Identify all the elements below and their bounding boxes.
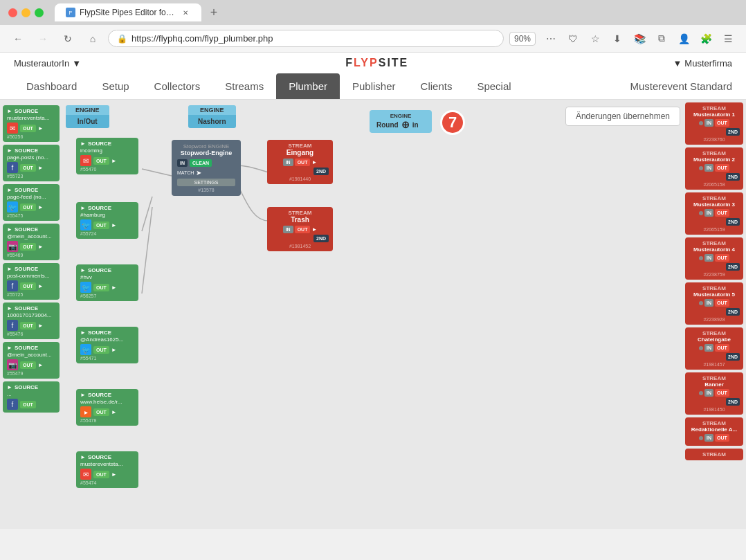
engine-roundrobin-block[interactable]: ENGINE Round ⊕in: [370, 110, 432, 133]
source-node-bottom[interactable]: ► SOURCE ... f OUT: [3, 381, 60, 413]
in-button[interactable]: IN: [704, 434, 713, 442]
out-button[interactable]: OUT: [715, 434, 729, 442]
profile-icon[interactable]: 👤: [674, 29, 693, 48]
out-button[interactable]: OUT: [715, 344, 729, 352]
tab-close-button[interactable]: ✕: [181, 8, 190, 17]
out-button[interactable]: OUT: [93, 408, 109, 416]
out-button[interactable]: OUT: [93, 157, 109, 165]
stream-chateingabe[interactable]: STREAM Chateingabe IN OUT 2ND #1981457: [685, 327, 743, 370]
out-button[interactable]: OUT: [93, 346, 109, 354]
minimize-button[interactable]: [21, 8, 30, 17]
stream-musterautorin-4[interactable]: STREAM Musterautorin 4 IN OUT 2ND #22387…: [685, 237, 743, 280]
out-button[interactable]: OUT: [715, 299, 729, 307]
in-button[interactable]: IN: [704, 299, 713, 307]
in-button[interactable]: IN: [177, 159, 188, 167]
out-button[interactable]: OUT: [295, 226, 311, 233]
mid-source-hvv[interactable]: ► SOURCE #hvv 🐦 OUT ► #56257: [76, 264, 138, 301]
nav-setup[interactable]: Setup: [89, 73, 141, 99]
shield-icon[interactable]: 🛡: [563, 29, 583, 48]
changes-button[interactable]: Änderungen übernehmen: [565, 107, 680, 126]
bookmarks-icon[interactable]: ⋯: [541, 29, 561, 48]
nav-publisher[interactable]: Publisher: [340, 73, 408, 99]
mid-source-heise[interactable]: ► SOURCE www.heise.de/r... ▸ OUT ► #5547…: [76, 389, 138, 426]
out-button[interactable]: OUT: [20, 361, 36, 369]
source-node-page-posts[interactable]: ► SOURCE page-posts (no... f OUT ► #5572…: [3, 145, 60, 181]
source-node-1000170[interactable]: ► SOURCE 1000170173004... f OUT ► #55476: [3, 302, 60, 339]
left-source-panel[interactable]: ► SOURCE mustereventsta... ✉ OUT ► #5625…: [0, 100, 62, 529]
clean-button[interactable]: CLEAN: [190, 159, 212, 167]
out-button[interactable]: OUT: [715, 209, 729, 217]
in-button[interactable]: IN: [704, 164, 713, 172]
out-button[interactable]: OUT: [20, 164, 36, 172]
mid-source-hamburg[interactable]: ► SOURCE #hamburg 🐦 OUT ► #55724: [76, 202, 138, 239]
menu-icon[interactable]: ☰: [718, 29, 738, 48]
star-icon[interactable]: ☆: [585, 29, 605, 48]
close-button[interactable]: [8, 8, 17, 17]
2nd-button[interactable]: 2ND: [313, 168, 329, 175]
source-node-post-comments[interactable]: ► SOURCE post-comments... f OUT ► #55725: [3, 263, 60, 300]
nav-dashboard[interactable]: Dashboard: [14, 73, 89, 99]
nav-streams[interactable]: Streams: [212, 73, 276, 99]
stream-musterautorin-5[interactable]: STREAM Musterautorin 5 IN OUT 2ND #22389…: [685, 282, 743, 325]
source-node-page-feed[interactable]: ► SOURCE page-feed (no... 🐦 OUT ► #55475: [3, 184, 60, 221]
stream-trash-block[interactable]: STREAM Trash IN OUT ► 2ND #1981452: [267, 207, 333, 251]
in-button[interactable]: IN: [283, 226, 293, 233]
out-button[interactable]: OUT: [20, 243, 36, 251]
home-button[interactable]: ⌂: [83, 29, 102, 48]
out-button[interactable]: OUT: [715, 164, 729, 172]
2nd-button[interactable]: 2ND: [726, 173, 740, 181]
tabs-icon[interactable]: ⧉: [652, 29, 671, 48]
out-button[interactable]: OUT: [20, 125, 36, 132]
2nd-button[interactable]: 2ND: [726, 353, 740, 361]
2nd-button[interactable]: 2ND: [313, 235, 329, 242]
mid-source-musterevent[interactable]: ► SOURCE mustereventsta... ✉ OUT ► #5547…: [76, 451, 138, 488]
user-menu[interactable]: MusterautorIn ▼: [14, 58, 81, 69]
out-button[interactable]: OUT: [715, 254, 729, 262]
2nd-button[interactable]: 2ND: [726, 218, 740, 226]
nav-clients[interactable]: Clients: [408, 73, 465, 99]
2nd-button[interactable]: 2ND: [726, 308, 740, 316]
2nd-button[interactable]: 2ND: [726, 128, 740, 136]
settings-button[interactable]: SETTINGS: [177, 179, 235, 186]
stream-eingang-block[interactable]: STREAM Eingang IN OUT ► 2ND #1981440: [267, 140, 333, 184]
2nd-button[interactable]: 2ND: [726, 398, 740, 406]
out-button[interactable]: OUT: [20, 322, 36, 329]
source-node-mein-account-1[interactable]: ► SOURCE @mein_account... 📷 OUT ► #55469: [3, 224, 60, 260]
out-button[interactable]: OUT: [295, 159, 311, 166]
in-button[interactable]: IN: [704, 209, 713, 217]
out-button[interactable]: OUT: [20, 282, 36, 290]
forward-button[interactable]: →: [33, 29, 53, 48]
in-button[interactable]: IN: [704, 344, 713, 352]
out-button[interactable]: OUT: [715, 119, 729, 127]
back-button[interactable]: ←: [8, 29, 28, 48]
stopword-engine-block[interactable]: Stopword ENGINE Stopword-Engine IN CLEAN…: [172, 140, 241, 196]
download-icon[interactable]: ⬇: [608, 29, 627, 48]
2nd-button[interactable]: 2ND: [726, 263, 740, 271]
nav-special[interactable]: Special: [464, 73, 523, 99]
out-button[interactable]: OUT: [93, 222, 109, 229]
source-node-mustereventsta[interactable]: ► SOURCE mustereventsta... ✉ OUT ► #5625…: [3, 105, 60, 142]
out-button[interactable]: OUT: [715, 389, 729, 397]
in-button[interactable]: IN: [704, 254, 713, 262]
in-button[interactable]: IN: [704, 389, 713, 397]
maximize-button[interactable]: [35, 8, 44, 17]
right-stream-panel[interactable]: STREAM Musterautorin 1 IN OUT 2ND #22387…: [682, 100, 746, 529]
source-node-mein-account-2[interactable]: ► SOURCE @mein_account... 📷 OUT ► #55479: [3, 342, 60, 379]
in-button[interactable]: IN: [704, 119, 713, 127]
stream-musterautorin-3[interactable]: STREAM Musterautorin 3 IN OUT 2ND #20651…: [685, 192, 743, 235]
stream-last[interactable]: STREAM: [685, 449, 743, 460]
in-button[interactable]: IN: [283, 159, 293, 166]
library-icon[interactable]: 📚: [630, 29, 649, 48]
stream-banner[interactable]: STREAM Banner IN OUT 2ND #1981450: [685, 372, 743, 415]
mid-source-andreas[interactable]: ► SOURCE @Andreas1625... 🐦 OUT ► #55471: [76, 327, 138, 363]
nav-collectors[interactable]: Collectors: [142, 73, 213, 99]
mid-source-incoming[interactable]: ► SOURCE incoming ✉ OUT ► #55470: [76, 138, 138, 174]
nav-plumber[interactable]: Plumber: [276, 73, 340, 99]
company-menu[interactable]: ▼ Musterfirma: [673, 58, 732, 69]
stream-musterautorin-2[interactable]: STREAM Musterautorin 2 IN OUT 2ND #20651…: [685, 147, 743, 190]
address-bar[interactable]: 🔒 https://flyphq.com/flyp_plumber.php: [108, 30, 504, 47]
out-button[interactable]: OUT: [20, 204, 36, 211]
reload-button[interactable]: ↻: [58, 29, 78, 48]
out-button[interactable]: OUT: [93, 471, 109, 478]
browser-tab[interactable]: F FlypSite Pipes Editor for "muste... ✕: [55, 3, 201, 21]
